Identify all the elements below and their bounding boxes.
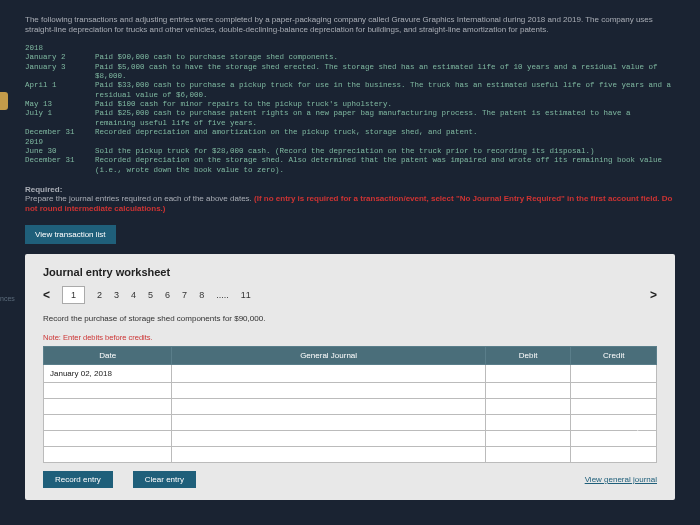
journal-entry-table: Date General Journal Debit Credit Januar… [43, 346, 657, 463]
debit-cell[interactable] [485, 364, 571, 382]
cursor-icon: ↖ [630, 420, 640, 434]
worksheet-instruction: Record the purchase of storage shed comp… [43, 314, 657, 323]
header-debit: Debit [485, 346, 571, 364]
tab-4[interactable]: 4 [131, 290, 136, 300]
worksheet-tabs: < 1 2 3 4 5 6 7 8 ..... 11 > [43, 286, 657, 304]
table-row[interactable] [44, 446, 657, 462]
tab-11[interactable]: 11 [241, 290, 251, 300]
transaction-list: 2018 January 2Paid $90,000 cash to purch… [25, 44, 675, 175]
tab-1[interactable]: 1 [62, 286, 85, 304]
table-row[interactable] [44, 414, 657, 430]
view-transaction-list-button[interactable]: View transaction list [25, 225, 116, 244]
journal-entry-worksheet: Journal entry worksheet < 1 2 3 4 5 6 7 … [25, 254, 675, 500]
tab-5[interactable]: 5 [148, 290, 153, 300]
tab-6[interactable]: 6 [165, 290, 170, 300]
worksheet-title: Journal entry worksheet [43, 266, 657, 278]
credit-cell[interactable] [571, 364, 657, 382]
view-general-journal-link[interactable]: View general journal [585, 471, 657, 488]
table-row[interactable]: January 02, 2018 [44, 364, 657, 382]
intro-text: The following transactions and adjusting… [25, 15, 675, 36]
year-2018: 2018 [25, 44, 675, 53]
year-2019: 2019 [25, 138, 675, 147]
side-cut-text: nces [0, 295, 15, 302]
account-cell[interactable] [172, 364, 486, 382]
clear-entry-button[interactable]: Clear entry [133, 471, 196, 488]
table-row[interactable] [44, 382, 657, 398]
header-credit: Credit [571, 346, 657, 364]
required-label: Required: [25, 185, 62, 194]
chevron-left-icon[interactable]: < [43, 288, 50, 302]
header-general-journal: General Journal [172, 346, 486, 364]
tab-2[interactable]: 2 [97, 290, 102, 300]
tab-7[interactable]: 7 [182, 290, 187, 300]
worksheet-note: Note: Enter debits before credits. [43, 333, 657, 342]
tab-ellipsis: ..... [216, 290, 229, 300]
date-cell[interactable]: January 02, 2018 [44, 364, 172, 382]
table-row[interactable] [44, 430, 657, 446]
required-section: Required: Prepare the journal entries re… [25, 185, 675, 215]
table-row[interactable] [44, 398, 657, 414]
tab-3[interactable]: 3 [114, 290, 119, 300]
tab-8[interactable]: 8 [199, 290, 204, 300]
record-entry-button[interactable]: Record entry [43, 471, 113, 488]
chevron-right-icon[interactable]: > [650, 288, 657, 302]
header-date: Date [44, 346, 172, 364]
required-text-1: Prepare the journal entries required on … [25, 194, 254, 203]
